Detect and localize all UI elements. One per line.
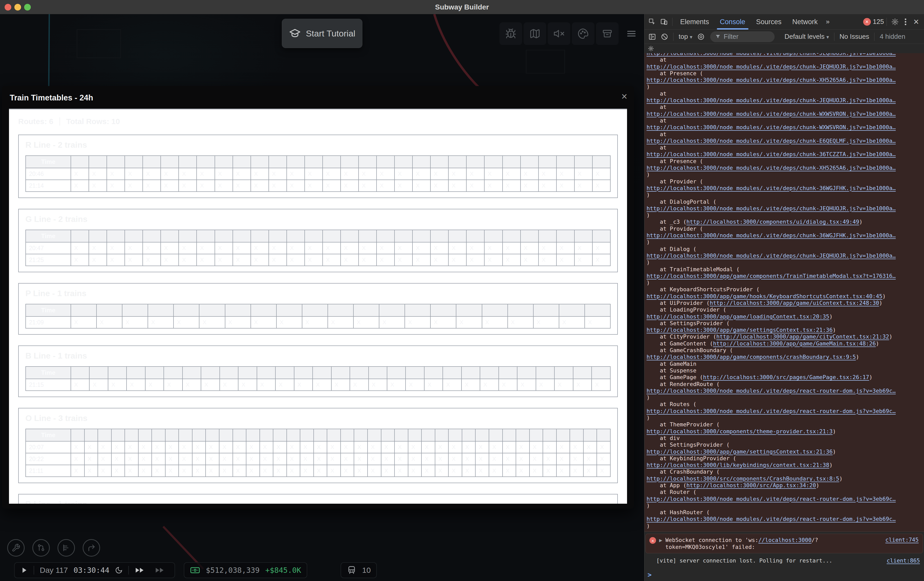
- console-link[interactable]: http://localhost:3000/node_modules/.vite…: [647, 496, 896, 502]
- game-map-area[interactable]: Start Tutorial: [0, 14, 644, 581]
- console-link[interactable]: http://localhost:3000/node_modules/.vite…: [647, 185, 896, 191]
- console-line: at RenderedRoute (: [647, 381, 922, 387]
- station-column-header: [462, 429, 475, 441]
- console-link[interactable]: http://localhost:3000/node_modules/.vite…: [647, 97, 896, 104]
- hidden-messages-count[interactable]: 4 hidden: [878, 33, 908, 41]
- console-link[interactable]: http://localhost:3000/node_modules/.vite…: [647, 253, 896, 259]
- console-prompt[interactable]: >: [645, 568, 924, 579]
- stop-cell: X: [125, 180, 143, 192]
- console-link[interactable]: http://localhost:3000/node_modules/.vite…: [647, 124, 896, 131]
- share-button[interactable]: [82, 539, 100, 556]
- station-column-header: [376, 230, 394, 242]
- console-text: at Suspense: [647, 367, 696, 374]
- console-link[interactable]: http://localhost:3000/node_modules/.vite…: [647, 63, 896, 70]
- console-link[interactable]: http://localhost:3000/src/App.tsx:34:20: [686, 482, 816, 488]
- console-link[interactable]: http://localhost:3000/node_modules/.vite…: [647, 387, 896, 394]
- devtools-panel: Elements Console Sources Network » × 125…: [644, 14, 924, 581]
- console-link[interactable]: http://localhost:3000/src/pages/GamePage…: [703, 374, 869, 381]
- console-link[interactable]: //localhost:3000: [759, 537, 812, 543]
- speed-2-icon[interactable]: [155, 566, 169, 574]
- log-levels-selector[interactable]: Default levels ▾: [782, 33, 831, 41]
- station-column-header: [125, 429, 139, 441]
- console-link[interactable]: http://localhost:3000/node_modules/.vite…: [647, 205, 896, 212]
- stop-cell: X: [111, 441, 125, 453]
- tab-console[interactable]: Console: [715, 14, 751, 30]
- console-text: at Routes (: [647, 401, 696, 407]
- console-link[interactable]: http://localhost:3000/app/game/component…: [647, 354, 856, 360]
- error-badge[interactable]: × 125: [863, 18, 884, 26]
- depot-button[interactable]: [596, 22, 619, 45]
- context-selector[interactable]: top ▾: [676, 33, 694, 41]
- console-link[interactable]: http://localhost:3000/src/components/Cra…: [647, 475, 839, 482]
- speed-1-icon[interactable]: [134, 566, 149, 574]
- tab-elements[interactable]: Elements: [675, 14, 714, 30]
- stop-cell: X: [98, 465, 111, 477]
- divider: [59, 118, 60, 126]
- map-button[interactable]: [524, 22, 546, 45]
- console-messages[interactable]: http://localhost:3000/node_modules/.vite…: [645, 53, 924, 581]
- expand-triangle-icon[interactable]: ▶: [659, 538, 662, 543]
- divider: [34, 566, 34, 574]
- tools-button[interactable]: [7, 539, 25, 556]
- station-column-header: [466, 230, 484, 242]
- modal-close-icon[interactable]: ×: [621, 91, 627, 101]
- start-tutorial-button[interactable]: Start Tutorial: [282, 19, 362, 48]
- console-link[interactable]: http://localhost:3000/node_modules/.vite…: [647, 151, 896, 157]
- console-link[interactable]: http://localhost:3000/node_modules/.vite…: [647, 232, 896, 238]
- device-toolbar-icon[interactable]: [658, 16, 670, 28]
- console-link[interactable]: http://localhost:3000/app/game/settingsC…: [647, 327, 833, 333]
- console-settings-gear-icon[interactable]: [647, 44, 655, 53]
- source-link[interactable]: client:745: [886, 536, 919, 543]
- station-column-header: [71, 304, 97, 316]
- kebab-menu-icon[interactable]: [905, 21, 906, 23]
- console-link[interactable]: http://localhost:3000/lib/keybindings/co…: [647, 462, 829, 468]
- console-link[interactable]: http://localhost:3000/app/game/component…: [647, 273, 896, 279]
- clear-console-icon[interactable]: [659, 31, 670, 42]
- source-link[interactable]: client:865: [887, 557, 920, 564]
- console-link[interactable]: http://localhost:3000/node_modules/.vite…: [647, 138, 896, 144]
- routes-button[interactable]: [32, 539, 50, 556]
- console-link[interactable]: http://localhost:3000/app/game/hooks/Key…: [647, 293, 883, 300]
- table-row: 21:09XXXXXXXXXXXXXXXXXXXXX: [26, 316, 610, 328]
- console-link[interactable]: http://localhost:3000/components/theme-p…: [647, 428, 833, 435]
- console-link[interactable]: http://localhost:3000/app/game/uiContext…: [710, 300, 879, 306]
- devtools-close-icon[interactable]: ×: [911, 17, 922, 27]
- console-link[interactable]: http://localhost:3000/node_modules/.vite…: [647, 408, 896, 414]
- console-link[interactable]: http://localhost:3000/node_modules/.vite…: [647, 53, 896, 56]
- tab-sources[interactable]: Sources: [751, 14, 787, 30]
- stop-cell: X: [219, 465, 233, 477]
- console-link[interactable]: http://localhost:3000/app/game/cityConte…: [716, 333, 889, 340]
- menu-button[interactable]: [620, 22, 643, 45]
- stop-cell: X: [260, 441, 273, 453]
- live-expression-icon[interactable]: [695, 31, 706, 42]
- theme-button[interactable]: [572, 22, 594, 45]
- timetable-content[interactable]: Routes: 6 Total Rows: 10 R Line - 2 trai…: [9, 109, 627, 504]
- stats-button[interactable]: [58, 539, 75, 556]
- more-tabs-icon[interactable]: »: [823, 18, 833, 26]
- issues-counter[interactable]: No Issues: [838, 33, 871, 41]
- console-text: at RenderedRoute (: [647, 381, 720, 387]
- console-link[interactable]: http://localhost:3000/app/game/GameMain.…: [713, 340, 876, 347]
- play-icon[interactable]: [20, 566, 28, 574]
- console-link[interactable]: http://localhost:3000/components/ui/dial…: [686, 218, 859, 225]
- tab-network[interactable]: Network: [787, 14, 823, 30]
- wrench-icon: [12, 543, 20, 552]
- departure-time-cell: 20:22: [26, 453, 71, 465]
- stop-cell: X: [300, 441, 314, 453]
- console-sidebar-icon[interactable]: [647, 31, 658, 42]
- console-link[interactable]: http://localhost:3000/node_modules/.vite…: [647, 111, 896, 117]
- debug-button[interactable]: [500, 22, 522, 45]
- inspect-element-icon[interactable]: [647, 16, 658, 28]
- section-title: P Line - 1 trains: [25, 289, 610, 298]
- console-link[interactable]: http://localhost:3000/node_modules/.vite…: [647, 516, 896, 522]
- mute-button[interactable]: [548, 22, 570, 45]
- stop-cell: X: [521, 242, 538, 254]
- console-link[interactable]: http://localhost:3000/node_modules/.vite…: [647, 165, 896, 171]
- settings-gear-icon[interactable]: [889, 16, 901, 28]
- station-column-header: [424, 366, 443, 379]
- console-filter-input[interactable]: Filter: [710, 31, 775, 42]
- websocket-error-message[interactable]: × ▶ WebSocket connection to 'ws://localh…: [645, 534, 923, 553]
- console-link[interactable]: http://localhost:3000/node_modules/.vite…: [647, 77, 896, 83]
- console-link[interactable]: http://localhost:3000/app/game/loadingCo…: [647, 313, 829, 320]
- console-link[interactable]: http://localhost:3000/app/game/settingsC…: [647, 449, 833, 455]
